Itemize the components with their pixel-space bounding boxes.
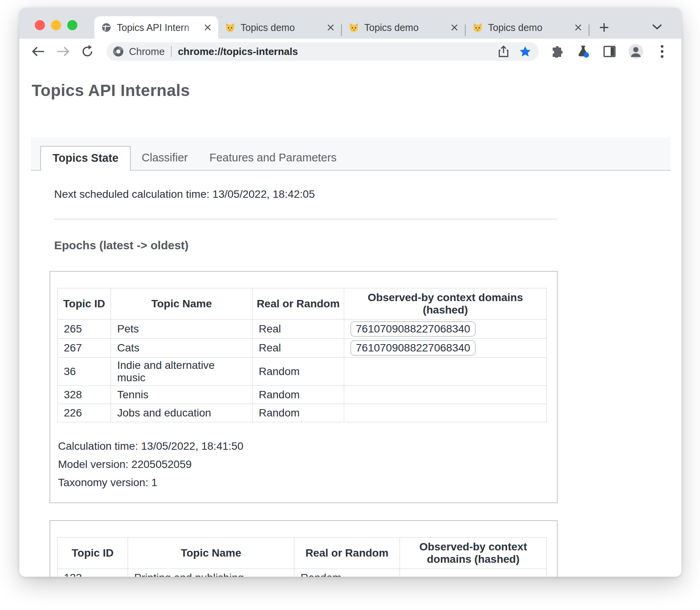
- desktop: Topics API Intern Topics dem: [0, 0, 700, 610]
- reload-button[interactable]: [79, 43, 97, 60]
- tab-topics-state[interactable]: Topics State: [40, 146, 131, 171]
- table-cell-hash: [400, 569, 547, 577]
- epoch-meta-line: Calculation time: 13/05/2022, 18:41:50: [58, 437, 549, 455]
- browser-tab-topics-demo-3[interactable]: Topics demo: [466, 16, 589, 39]
- section-divider: [54, 219, 557, 219]
- column-header: Observed-by context domains (hashed): [400, 538, 547, 569]
- browser-tab-topics-demo-1[interactable]: Topics demo: [218, 16, 341, 39]
- site-label: Chrome: [129, 46, 164, 58]
- experiments-flask-icon[interactable]: [576, 44, 591, 59]
- table-row: 36Indie and alternative musicRandom: [58, 358, 547, 386]
- table-cell-hash: [344, 358, 547, 386]
- table-cell-id: 123: [58, 569, 128, 577]
- browser-tabstrip: Topics API Intern Topics dem: [19, 8, 681, 39]
- table-cell-name: Jobs and education: [111, 404, 253, 422]
- omnibox-separator: [171, 46, 172, 57]
- epoch-panel: Topic IDTopic NameReal or RandomObserved…: [50, 271, 558, 503]
- zoom-window-button[interactable]: [67, 20, 77, 30]
- table-cell-id: 226: [58, 404, 111, 422]
- address-bar[interactable]: Chrome chrome://topics-internals: [106, 42, 538, 61]
- cat-favicon-icon: [349, 22, 359, 33]
- table-row: 267CatsReal7610709088227068340: [58, 339, 547, 358]
- table-cell-hash: [344, 386, 547, 404]
- column-header: Topic Name: [128, 538, 294, 569]
- browser-tab-topics-demo-2[interactable]: Topics demo: [342, 16, 465, 39]
- close-tab-icon[interactable]: [450, 23, 459, 32]
- table-row: 265PetsReal7610709088227068340: [58, 320, 547, 339]
- url-text: chrome://topics-internals: [178, 46, 488, 58]
- table-cell-name: Cats: [111, 339, 253, 358]
- close-tab-icon[interactable]: [203, 23, 212, 32]
- new-tab-button[interactable]: [596, 20, 612, 35]
- tab-features-and-parameters[interactable]: Features and Parameters: [199, 146, 348, 170]
- close-tab-icon[interactable]: [574, 23, 582, 32]
- next-calculation-time: Next scheduled calculation time: 13/05/2…: [54, 188, 681, 201]
- minimize-window-button[interactable]: [51, 20, 61, 30]
- tab-title: Topics API Intern: [117, 22, 200, 33]
- column-header: Topic Name: [111, 288, 253, 320]
- side-panel-icon[interactable]: [602, 44, 617, 59]
- table-cell-name: Pets: [111, 320, 253, 339]
- tab-title: Topics demo: [241, 22, 323, 33]
- browser-tab-topics-internals[interactable]: Topics API Intern: [94, 16, 218, 39]
- table-cell-id: 265: [58, 320, 111, 339]
- table-row: 328TennisRandom: [58, 386, 547, 404]
- column-header: Real or Random: [294, 538, 400, 569]
- table-cell-name: Tennis: [111, 386, 253, 404]
- column-header: Topic ID: [58, 288, 111, 320]
- table-cell-name: Printing and publishing: [128, 569, 294, 577]
- bookmark-star-icon[interactable]: [519, 45, 532, 58]
- table-cell-id: 267: [58, 339, 111, 358]
- share-icon[interactable]: [497, 45, 510, 58]
- tab-title: Topics demo: [364, 22, 446, 33]
- hashed-domain-chip: 7610709088227068340: [350, 321, 476, 337]
- profile-avatar[interactable]: [628, 44, 644, 59]
- table-cell-id: 328: [58, 386, 111, 404]
- chrome-logo-icon: [113, 46, 124, 57]
- tab-title: Topics demo: [488, 22, 570, 33]
- hashed-domain-chip: 7610709088227068340: [350, 340, 476, 356]
- table-cell-type: Random: [253, 404, 344, 422]
- table-cell-hash: [344, 404, 547, 422]
- close-tab-icon[interactable]: [326, 23, 335, 32]
- table-cell-hash: 7610709088227068340: [344, 320, 547, 339]
- epochs-heading: Epochs (latest -> oldest): [54, 238, 681, 253]
- column-header: Observed-by context domains (hashed): [344, 288, 547, 320]
- table-row: 123Printing and publishingRandom: [58, 569, 547, 577]
- forward-button[interactable]: [54, 43, 72, 60]
- page-tab-strip: Topics State Classifier Features and Par…: [31, 137, 671, 171]
- browser-toolbar: Chrome chrome://topics-internals: [19, 39, 681, 64]
- close-window-button[interactable]: [35, 20, 45, 30]
- table-cell-id: 36: [58, 358, 111, 386]
- table-header-row: Topic IDTopic NameReal or RandomObserved…: [58, 288, 547, 320]
- table-cell-type: Random: [253, 386, 344, 404]
- table-row: 226Jobs and educationRandom: [58, 404, 547, 422]
- page-content: Topics API Internals Topics State Classi…: [19, 64, 681, 577]
- epoch-meta-line: Model version: 2205052059: [58, 455, 549, 473]
- table-cell-name: Indie and alternative music: [111, 358, 253, 386]
- menu-dots-icon[interactable]: [654, 44, 670, 59]
- column-header: Topic ID: [58, 538, 128, 569]
- table-header-row: Topic IDTopic NameReal or RandomObserved…: [58, 538, 547, 569]
- extensions-icon[interactable]: [550, 44, 565, 59]
- browser-window: Topics API Intern Topics dem: [19, 8, 681, 577]
- cat-favicon-icon: [473, 22, 483, 33]
- epoch-panel: Topic IDTopic NameReal or RandomObserved…: [50, 520, 558, 577]
- epoch-meta-line: Taxonomy version: 1: [58, 473, 549, 492]
- table-cell-hash: 7610709088227068340: [344, 339, 547, 358]
- tab-classifier[interactable]: Classifier: [131, 146, 198, 170]
- page-title: Topics API Internals: [32, 81, 681, 100]
- column-header: Real or Random: [253, 288, 344, 320]
- cat-favicon-icon: [225, 22, 235, 33]
- macos-window-controls: [35, 20, 77, 30]
- epoch-table: Topic IDTopic NameReal or RandomObserved…: [57, 288, 547, 422]
- back-button[interactable]: [29, 43, 47, 60]
- epoch-table: Topic IDTopic NameReal or RandomObserved…: [57, 537, 547, 577]
- table-cell-type: Real: [253, 320, 344, 339]
- table-cell-type: Real: [253, 339, 344, 358]
- epoch-meta: Calculation time: 13/05/2022, 18:41:50Mo…: [58, 437, 549, 492]
- table-cell-type: Random: [253, 358, 344, 386]
- table-cell-type: Random: [294, 569, 400, 577]
- browser-tabs: Topics API Intern Topics dem: [94, 16, 612, 39]
- tab-search-chevron-icon[interactable]: [650, 22, 664, 32]
